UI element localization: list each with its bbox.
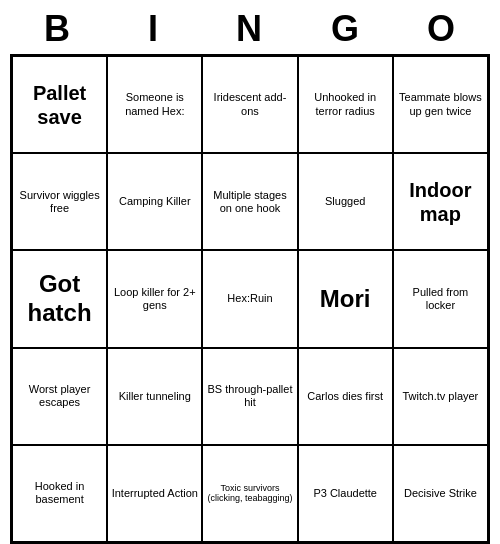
cell-13: Mori xyxy=(298,250,393,347)
cell-16: Killer tunneling xyxy=(107,348,202,445)
cell-17: BS through-pallet hit xyxy=(202,348,297,445)
cell-8: Slugged xyxy=(298,153,393,250)
cell-18: Carlos dies first xyxy=(298,348,393,445)
cell-1: Someone is named Hex: xyxy=(107,56,202,153)
cell-9: Indoor map xyxy=(393,153,488,250)
cell-21: Interrupted Action xyxy=(107,445,202,542)
bingo-grid: Pallet save Someone is named Hex: Irides… xyxy=(10,54,490,544)
cell-20: Hooked in basement xyxy=(12,445,107,542)
cell-24: Decisive Strike xyxy=(393,445,488,542)
bingo-title: B I N G O xyxy=(10,0,490,54)
cell-6: Camping Killer xyxy=(107,153,202,250)
cell-4: Teammate blows up gen twice xyxy=(393,56,488,153)
cell-3: Unhooked in terror radius xyxy=(298,56,393,153)
title-b: B xyxy=(14,8,102,50)
cell-12: Hex:Ruin xyxy=(202,250,297,347)
title-i: I xyxy=(110,8,198,50)
cell-5: Survivor wiggles free xyxy=(12,153,107,250)
cell-22: Toxic survivors (clicking, teabagging) xyxy=(202,445,297,542)
title-g: G xyxy=(302,8,390,50)
cell-11: Loop killer for 2+ gens xyxy=(107,250,202,347)
cell-15: Worst player escapes xyxy=(12,348,107,445)
cell-19: Twitch.tv player xyxy=(393,348,488,445)
cell-0: Pallet save xyxy=(12,56,107,153)
cell-14: Pulled from locker xyxy=(393,250,488,347)
title-n: N xyxy=(206,8,294,50)
cell-2: Iridescent add-ons xyxy=(202,56,297,153)
title-o: O xyxy=(398,8,486,50)
cell-23: P3 Claudette xyxy=(298,445,393,542)
cell-7: Multiple stages on one hook xyxy=(202,153,297,250)
cell-10: Got hatch xyxy=(12,250,107,347)
